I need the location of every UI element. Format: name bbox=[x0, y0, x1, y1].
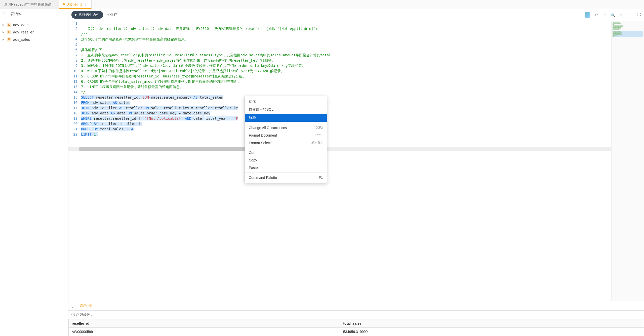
tab-menu-icon[interactable]: ⋮ bbox=[84, 3, 87, 6]
tree-label: adv_reseller bbox=[13, 30, 34, 34]
tab-add-button[interactable]: + bbox=[92, 2, 101, 7]
save-button[interactable]: ⤳ 保存 bbox=[106, 13, 117, 17]
tab-label: Untitled_1 bbox=[66, 2, 82, 6]
toolbar-icons: ↶ ↷ 🔍 ≡ₓ 🗀 ⛶ bbox=[585, 12, 641, 18]
entity-badge-icon: E bbox=[7, 30, 11, 34]
column-header[interactable]: total_sales bbox=[340, 319, 644, 328]
save-icon: ⤳ bbox=[106, 13, 109, 17]
results-table: reseller_id total_sales AW00000599 53495… bbox=[68, 319, 644, 336]
tab-inactive[interactable]: 查询FY2020财年中销售额最高... bbox=[0, 0, 59, 9]
tree-label: adv_sales bbox=[13, 37, 30, 41]
ctx-command-palette[interactable]: Command PaletteF1 bbox=[245, 174, 327, 181]
minimap[interactable]: ████████████████████████ ██ ████████████… bbox=[611, 21, 644, 301]
ctx-optimize[interactable]: 优化 bbox=[245, 98, 327, 106]
results-meta: ⓘ 总记录数 : 1 bbox=[68, 311, 644, 319]
tree-item[interactable]: ▶ E adv_reseller bbox=[0, 28, 68, 36]
results-tab-label: 结果 bbox=[80, 303, 87, 308]
play-icon bbox=[75, 14, 77, 16]
close-icon[interactable]: ✕ bbox=[88, 304, 92, 308]
ctx-nl2sql[interactable]: 自然语言转SQL bbox=[245, 106, 327, 114]
toolbar: 执行选中语句 ⤳ 保存 ↶ ↷ 🔍 ≡ₓ 🗀 ⛶ bbox=[68, 9, 644, 21]
sidebar-header: ☰ 表结构 bbox=[0, 9, 68, 19]
redo-icon[interactable]: ↷ bbox=[602, 13, 606, 17]
folder-icon[interactable]: 🗀 bbox=[628, 13, 632, 17]
ctx-format-doc[interactable]: Format Document⇧⌥F bbox=[245, 132, 327, 139]
editor-area: 执行选中语句 ⤳ 保存 ↶ ↷ 🔍 ≡ₓ 🗀 ⛶ bbox=[68, 9, 644, 336]
table-row[interactable]: AW00000599 534956.319999 bbox=[69, 328, 644, 336]
save-label: 保存 bbox=[110, 13, 117, 17]
ctx-copy[interactable]: Copy bbox=[245, 156, 327, 164]
results-total: 总记录数 : 1 bbox=[76, 313, 95, 317]
code-editor[interactable]: 1 2-- 关联 adv_reseller 和 adv_sales 和 adv_… bbox=[68, 21, 611, 301]
results-tab[interactable]: 结果 ✕ bbox=[77, 301, 95, 310]
caret-right-icon: ▶ bbox=[3, 31, 6, 33]
tree-item[interactable]: ▶ E adv_date bbox=[0, 21, 68, 28]
cell: AW00000599 bbox=[69, 328, 340, 336]
undo-icon[interactable]: ↶ bbox=[595, 13, 598, 17]
column-header[interactable]: reseller_id bbox=[69, 319, 340, 328]
ctx-explain[interactable]: 解释 bbox=[245, 114, 327, 122]
unsaved-dot-icon bbox=[63, 3, 65, 5]
tree-item[interactable]: ▶ E adv_sales bbox=[0, 36, 68, 43]
entity-badge-icon: E bbox=[7, 37, 11, 41]
table-tree: ▶ E adv_date ▶ E adv_reseller ▶ E adv_sa… bbox=[0, 19, 68, 45]
context-menu: 优化 自然语言转SQL 解释 Change All Occurrences⌘F2… bbox=[245, 96, 327, 183]
horizontal-scrollbar[interactable] bbox=[68, 147, 611, 151]
results-menu-icon[interactable]: ⋮ bbox=[68, 302, 77, 310]
ctx-change-all[interactable]: Change All Occurrences⌘F2 bbox=[245, 124, 327, 132]
ctx-cut[interactable]: Cut bbox=[245, 149, 327, 156]
ctx-paste[interactable]: Paste bbox=[245, 164, 327, 172]
run-selected-button[interactable]: 执行选中语句 bbox=[71, 11, 103, 19]
avatar-icon[interactable] bbox=[585, 12, 590, 18]
table-header-row: reseller_id total_sales bbox=[69, 319, 644, 328]
tab-active[interactable]: Untitled_1 ⋮ bbox=[59, 0, 92, 9]
expand-icon[interactable]: ⛶ bbox=[637, 13, 641, 17]
run-label: 执行选中语句 bbox=[78, 13, 100, 17]
entity-badge-icon: E bbox=[7, 23, 11, 27]
sidebar: ☰ 表结构 ▶ E adv_date ▶ E adv_reseller ▶ E … bbox=[0, 9, 68, 336]
sidebar-title: 表结构 bbox=[10, 12, 22, 16]
results-panel: ⋮ 结果 ✕ ⓘ 总记录数 : 1 reseller_id total_sale… bbox=[68, 301, 644, 336]
tree-label: adv_date bbox=[13, 23, 29, 27]
tabs-bar: 查询FY2020财年中销售额最高... Untitled_1 ⋮ + bbox=[0, 0, 644, 9]
hamburger-icon[interactable]: ☰ bbox=[3, 12, 6, 16]
info-icon: ⓘ bbox=[71, 313, 75, 317]
clear-icon[interactable]: ≡ₓ bbox=[620, 13, 624, 17]
tab-label: 查询FY2020财年中销售额最高... bbox=[4, 2, 55, 7]
search-icon[interactable]: 🔍 bbox=[610, 13, 615, 17]
cell: 534956.319999 bbox=[340, 328, 644, 336]
caret-right-icon: ▶ bbox=[3, 23, 6, 26]
caret-right-icon: ▶ bbox=[3, 38, 6, 41]
ctx-format-sel[interactable]: Format Selection⌘K ⌘F bbox=[245, 139, 327, 147]
